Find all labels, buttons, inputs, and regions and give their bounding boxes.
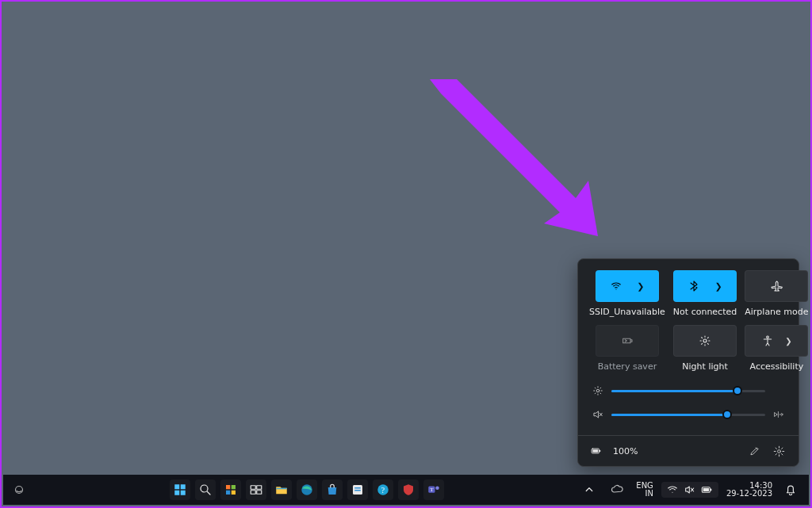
battery-saver-tile: Battery saver [589, 325, 665, 372]
wifi-tray-icon [666, 483, 679, 496]
svg-rect-6 [599, 450, 600, 452]
taskbar-task-view-button[interactable] [246, 479, 266, 500]
taskbar-center: ?T [35, 479, 579, 500]
svg-rect-16 [226, 491, 230, 495]
quick-settings-grid: ❯ SSID_Unavailable ❯ Not connected [578, 259, 799, 376]
svg-point-7 [777, 449, 780, 453]
bluetooth-toggle-button[interactable]: ❯ [673, 270, 737, 302]
taskbar-mcafee-button[interactable] [398, 479, 419, 500]
airplane-tile: Airplane mode [745, 270, 808, 317]
accessibility-tile: ❯ Accessibility [745, 325, 808, 372]
taskbar-explorer-button[interactable] [271, 479, 292, 500]
onedrive-icon[interactable] [607, 479, 628, 500]
night-light-button[interactable] [673, 325, 737, 357]
accessibility-label: Accessibility [750, 361, 804, 372]
tray-overflow-button[interactable] [579, 479, 599, 500]
taskbar-start-button[interactable] [170, 479, 190, 500]
night-light-icon [699, 334, 711, 347]
brightness-fill [611, 390, 737, 392]
taskbar-teams-button[interactable]: T [423, 479, 444, 500]
taskbar-help-button[interactable]: ? [373, 479, 393, 500]
night-light-tile: Night light [673, 325, 737, 372]
taskbar-edge-button[interactable] [297, 479, 317, 500]
svg-rect-33 [710, 489, 711, 491]
annotation-arrow [430, 79, 604, 238]
taskbar: ?T ENG IN [3, 475, 809, 505]
quick-settings-footer: 100% [578, 435, 799, 466]
battery-saver-button [596, 325, 659, 357]
brightness-icon [592, 384, 603, 397]
wifi-label: SSID_Unavailable [589, 307, 665, 317]
clock[interactable]: 14:30 29-12-2023 [726, 482, 772, 498]
svg-rect-14 [226, 485, 230, 489]
volume-mute-icon [592, 408, 603, 421]
svg-rect-12 [181, 491, 186, 495]
taskbar-mail-button[interactable] [347, 479, 368, 500]
chevron-right-icon: ❯ [637, 281, 644, 292]
accessibility-icon [761, 334, 774, 347]
svg-rect-5 [592, 449, 598, 453]
bluetooth-label: Not connected [673, 307, 737, 317]
svg-rect-24 [354, 487, 361, 489]
svg-rect-32 [703, 488, 709, 491]
svg-point-13 [201, 485, 208, 492]
night-light-label: Night light [682, 361, 727, 372]
svg-rect-25 [354, 490, 361, 491]
widgets-button[interactable] [3, 483, 35, 497]
brightness-thumb [733, 386, 742, 395]
taskbar-store-button[interactable] [322, 479, 343, 500]
svg-rect-19 [257, 486, 262, 490]
notifications-button[interactable] [780, 479, 801, 500]
desktop: ❯ SSID_Unavailable ❯ Not connected [0, 0, 812, 508]
brightness-slider[interactable] [611, 385, 765, 396]
wifi-tile: ❯ SSID_Unavailable [589, 270, 665, 317]
accessibility-button[interactable]: ❯ [745, 325, 808, 357]
svg-text:?: ? [381, 486, 385, 495]
brightness-row [578, 381, 799, 400]
quick-settings-panel: ❯ SSID_Unavailable ❯ Not connected [577, 258, 799, 467]
svg-rect-15 [232, 485, 236, 489]
battery-tray-icon [701, 483, 714, 496]
svg-rect-21 [257, 491, 262, 495]
svg-point-3 [596, 389, 599, 392]
chevron-right-icon: ❯ [785, 337, 791, 346]
battery-percent[interactable]: 100% [613, 446, 638, 456]
svg-rect-9 [174, 484, 179, 489]
bluetooth-tile: ❯ Not connected [673, 270, 737, 317]
svg-rect-10 [181, 484, 186, 489]
volume-slider[interactable] [611, 409, 765, 420]
volume-fill [611, 414, 727, 416]
svg-point-29 [435, 487, 439, 491]
svg-rect-11 [174, 491, 179, 495]
airplane-label: Airplane mode [745, 307, 808, 317]
volume-row [578, 405, 799, 424]
airplane-toggle-button[interactable] [745, 270, 808, 302]
audio-output-icon[interactable] [773, 409, 784, 420]
wifi-toggle-button[interactable]: ❯ [596, 270, 659, 302]
settings-button[interactable] [770, 442, 787, 460]
volume-thumb [722, 410, 732, 419]
battery-saver-label: Battery saver [598, 361, 657, 372]
edit-quick-settings-button[interactable] [746, 442, 764, 460]
taskbar-files-button[interactable] [220, 479, 241, 500]
battery-icon [589, 445, 603, 456]
taskbar-search-button[interactable] [195, 479, 216, 500]
svg-point-1 [703, 339, 707, 342]
language-indicator[interactable]: ENG IN [636, 482, 653, 498]
chevron-right-icon: ❯ [714, 281, 722, 292]
bluetooth-icon [688, 280, 700, 292]
svg-marker-0 [430, 79, 598, 236]
svg-rect-18 [251, 486, 255, 490]
network-volume-battery-tray[interactable] [661, 482, 718, 498]
airplane-icon [770, 280, 783, 292]
battery-saver-icon [621, 334, 634, 347]
svg-rect-20 [251, 491, 255, 495]
volume-mute-tray-icon [684, 483, 696, 496]
svg-rect-17 [232, 491, 236, 495]
system-tray: ENG IN 14:30 29-12-2023 [579, 479, 809, 500]
wifi-icon [610, 280, 622, 292]
svg-point-2 [767, 336, 769, 338]
